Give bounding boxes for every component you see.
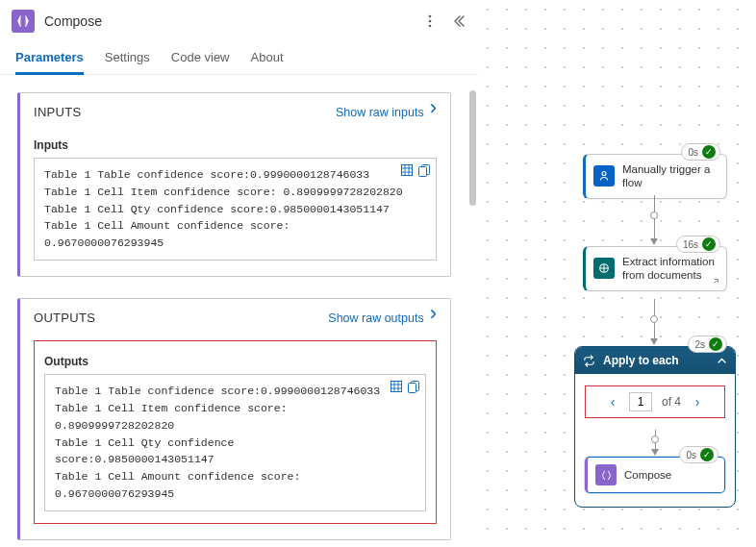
panel-title: Compose xyxy=(44,13,413,29)
flow-canvas[interactable]: 0s ✓ Manually trigger a flow 16s ✓ Extra… xyxy=(478,0,756,547)
code-line: Table 1 Cell Item confidence score: 0.89… xyxy=(44,184,409,201)
scroll-area: INPUTS Show raw inputs Inputs xyxy=(0,75,478,547)
node-trigger[interactable]: 0s ✓ Manually trigger a flow xyxy=(583,154,727,199)
loop-icon xyxy=(583,355,595,367)
svg-point-0 xyxy=(429,15,432,18)
foreach-pager: ‹ of 4 › xyxy=(585,385,725,418)
outputs-highlight: Outputs Table 1 Table confidence sc xyxy=(34,340,437,524)
node-label: Compose xyxy=(624,469,671,481)
inputs-title: INPUTS xyxy=(34,105,81,119)
status-badge: 0s ✓ xyxy=(679,446,718,463)
code-line: Table 1 Table confidence score:0.9990000… xyxy=(44,166,409,184)
status-badge: 16s ✓ xyxy=(676,236,720,253)
svg-rect-5 xyxy=(419,167,427,177)
svg-rect-8 xyxy=(409,384,416,393)
pager-input[interactable] xyxy=(629,392,652,411)
grid-icon[interactable] xyxy=(391,381,402,393)
outputs-title: OUTPUTS xyxy=(34,311,95,325)
check-icon: ✓ xyxy=(702,145,716,159)
status-badge: 0s ✓ xyxy=(681,143,720,161)
check-icon: ✓ xyxy=(709,337,722,351)
connector-plus[interactable] xyxy=(651,435,659,443)
tab-about[interactable]: About xyxy=(251,50,284,74)
outputs-sublabel: Outputs xyxy=(44,355,426,368)
code-line: 0.9670000076293945 xyxy=(44,235,409,252)
trigger-icon xyxy=(593,165,615,186)
outputs-card: OUTPUTS Show raw outputs Outputs xyxy=(17,298,451,540)
status-badge: 2s ✓ xyxy=(688,336,727,353)
tab-settings[interactable]: Settings xyxy=(105,50,150,74)
check-icon: ✓ xyxy=(702,237,716,251)
node-label: Apply to each xyxy=(603,354,679,367)
chevron-right-icon xyxy=(430,311,437,325)
badge-time: 0s xyxy=(688,147,698,158)
badge-time: 2s xyxy=(694,339,705,350)
inputs-sublabel: Inputs xyxy=(34,138,437,152)
node-extract[interactable]: 16s ✓ Extract information from documents xyxy=(583,246,727,291)
inputs-card: INPUTS Show raw inputs Inputs xyxy=(17,92,451,277)
node-foreach[interactable]: 2s ✓ Apply to each ‹ of 4 › xyxy=(574,346,736,508)
code-line: Table 1 Cell Amount confidence score: xyxy=(44,217,409,235)
compose-icon xyxy=(12,10,35,33)
arrow-down-icon xyxy=(650,238,658,245)
connector-plus[interactable] xyxy=(650,315,658,323)
svg-rect-3 xyxy=(402,165,413,176)
collapse-icon[interactable] xyxy=(717,356,727,366)
tab-parameters[interactable]: Parameters xyxy=(15,50,84,75)
show-raw-inputs[interactable]: Show raw inputs xyxy=(336,105,437,119)
svg-point-2 xyxy=(429,25,432,28)
copy-icon[interactable] xyxy=(418,164,430,177)
pager-next[interactable]: › xyxy=(691,394,704,410)
scrollbar[interactable] xyxy=(469,90,476,206)
badge-time: 0s xyxy=(686,450,696,460)
svg-point-1 xyxy=(429,20,432,23)
badge-time: 16s xyxy=(683,239,698,250)
node-label: Manually trigger a flow xyxy=(622,162,718,190)
code-line: 0.9670000076293945 xyxy=(55,485,398,503)
node-compose-child[interactable]: 0s ✓ Compose xyxy=(585,457,725,493)
check-icon: ✓ xyxy=(700,448,714,461)
collapse-icon[interactable] xyxy=(451,13,466,29)
link-icon xyxy=(711,277,720,286)
show-raw-outputs[interactable]: Show raw outputs xyxy=(328,311,437,325)
tabs: Parameters Settings Code view About xyxy=(0,37,478,75)
panel-header: Compose xyxy=(0,0,478,37)
node-label: Extract information from documents xyxy=(622,255,718,283)
inputs-content: Table 1 Table confidence score:0.9990000… xyxy=(34,158,437,261)
code-line: Table 1 Cell Item confidence score: 0.89… xyxy=(55,400,398,435)
show-raw-inputs-label: Show raw inputs xyxy=(336,106,424,119)
aibuilder-icon xyxy=(593,258,615,279)
more-icon[interactable] xyxy=(422,13,438,29)
pager-prev[interactable]: ‹ xyxy=(606,394,619,410)
connector-plus[interactable] xyxy=(650,211,658,219)
show-raw-outputs-label: Show raw outputs xyxy=(328,311,423,325)
arrow-down-icon xyxy=(650,338,658,345)
code-line: Table 1 Cell Amount confidence score: xyxy=(55,468,398,485)
compose-icon xyxy=(595,464,617,485)
grid-icon[interactable] xyxy=(401,164,413,177)
chevron-right-icon xyxy=(430,105,437,119)
code-line: Table 1 Cell Qty confidence score:0.9850… xyxy=(55,435,398,469)
code-line: Table 1 Cell Qty confidence score:0.9850… xyxy=(44,201,409,218)
pager-of-label: of 4 xyxy=(662,395,681,409)
copy-icon[interactable] xyxy=(408,381,419,393)
details-panel: Compose Parameters Settings Code view Ab… xyxy=(0,0,478,547)
outputs-content: Table 1 Table confidence score:0.9990000… xyxy=(44,374,426,511)
code-line: Table 1 Table confidence score:0.9990000… xyxy=(55,383,398,400)
tab-codeview[interactable]: Code view xyxy=(171,50,230,74)
svg-rect-6 xyxy=(391,382,402,392)
arrow-down-icon xyxy=(651,449,659,456)
